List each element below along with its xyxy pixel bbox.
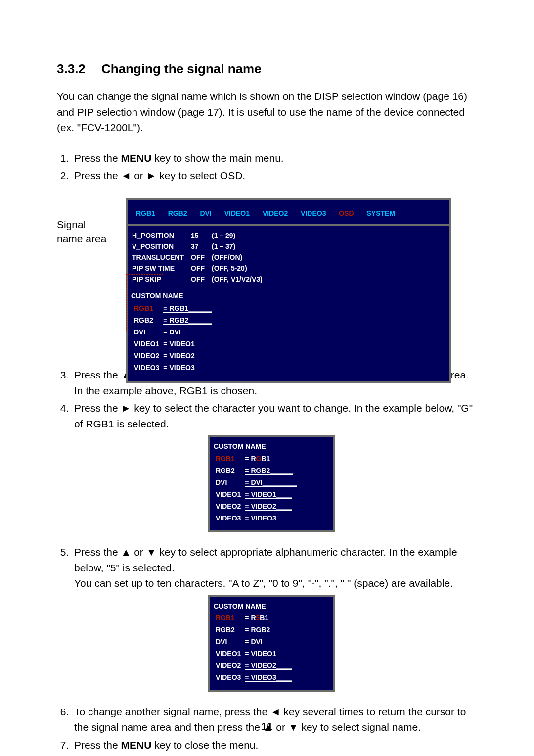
section-number: 3.3.2 bbox=[57, 59, 101, 79]
osd-tabs: RGB1 RGB2 DVI VIDEO1 VIDEO2 VIDEO3 OSD S… bbox=[128, 200, 449, 224]
steps-list-cont2: Press the ▲ or ▼ key to select appropria… bbox=[57, 544, 477, 591]
section-title: Changing the signal name bbox=[101, 61, 262, 76]
custom-name-panel-2: CUSTOM NAME RGB1= RGB1______ RGB2= RGB2_… bbox=[208, 435, 335, 532]
step-5: Press the ▲ or ▼ key to select appropria… bbox=[72, 544, 477, 591]
osd-settings: H_POSITION15(1 – 29) V_POSITION37(1 – 37… bbox=[132, 231, 269, 285]
custom-name-header: CUSTOM NAME bbox=[128, 285, 449, 301]
tab-video1: VIDEO1 bbox=[224, 209, 250, 217]
tab-rgb2: RGB2 bbox=[168, 209, 187, 217]
tab-rgb1: RGB1 bbox=[136, 209, 155, 217]
step-2: Press the ◄ or ► key to select OSD. bbox=[72, 168, 477, 184]
step-1: Press the MENU key to show the main menu… bbox=[72, 150, 477, 166]
custom-name-list: RGB1= RGB1______ RGB2= RGB2______ DVI= D… bbox=[132, 302, 218, 374]
steps-list: Press the MENU key to show the main menu… bbox=[57, 150, 477, 184]
side-label: Signal name area bbox=[57, 217, 121, 246]
osd-figure: Signal name area RGB1 RGB2 DVI VIDEO1 VI… bbox=[57, 198, 477, 334]
tab-video3: VIDEO3 bbox=[301, 209, 326, 217]
step-7: Press the MENU key to close the menu. bbox=[72, 737, 477, 753]
step-4: Press the ► key to select the character … bbox=[72, 400, 477, 431]
osd-panel: RGB1 RGB2 DVI VIDEO1 VIDEO2 VIDEO3 OSD S… bbox=[126, 198, 451, 384]
intro-paragraph: You can change the signal name which is … bbox=[57, 89, 477, 136]
tab-video2: VIDEO2 bbox=[263, 209, 288, 217]
custom-name-panel-3: CUSTOM NAME RGB1= R5B1______ RGB2= RGB2_… bbox=[208, 595, 335, 692]
tab-osd: OSD bbox=[339, 209, 354, 217]
page-number: 11 bbox=[0, 718, 534, 734]
section-heading: 3.3.2Changing the signal name bbox=[57, 59, 477, 79]
tab-system: SYSTEM bbox=[366, 209, 395, 217]
tab-dvi: DVI bbox=[200, 209, 212, 217]
